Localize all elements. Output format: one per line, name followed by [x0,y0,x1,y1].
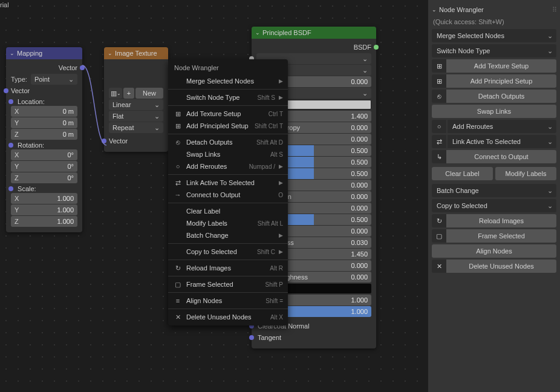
reload-icon: ↻ [432,214,446,227]
socket-vector: Vector [11,87,30,94]
image-new-btn[interactable]: + [123,88,134,99]
socket-output-vector: Vector [59,64,77,71]
connect-icon: ↳ [432,150,446,163]
ctx-item-11[interactable]: ⇄Link Active To Selected▶ [168,177,288,189]
ctx-item-16[interactable]: Batch Change▶ [168,229,288,241]
node-editor-canvas[interactable]: rial ⌄Mapping Vector Type:Point Vector L… [0,0,428,392]
node-title: Principled BSDF [262,29,311,36]
rotation-y[interactable]: Y0° [11,161,77,172]
rotation-x[interactable]: X0° [11,149,77,160]
detach-outputs-button[interactable]: Detach Outputs [446,90,556,103]
node-header-bsdf[interactable]: ⌄Principled BSDF [252,27,376,39]
socket-icon[interactable] [8,99,13,104]
node-mapping[interactable]: ⌄Mapping Vector Type:Point Vector Locati… [6,47,82,232]
node-header-image[interactable]: ⌄Image Texture [104,47,168,59]
ctx-item-22[interactable]: ▢Frame SelectedShift P [168,278,288,290]
node-header-mapping[interactable]: ⌄Mapping [6,47,82,59]
principled-icon: ⊞ [432,74,446,88]
context-menu-title: Node Wrangler [168,62,288,75]
interp-select[interactable]: Linear [109,99,163,110]
socket-icon[interactable] [4,88,8,93]
socket-icon[interactable] [374,45,379,50]
add-texture-button[interactable]: Add Texture Setup [446,59,556,73]
delete-unused-button[interactable]: Delete Unused Nodes [446,260,556,273]
scale-x[interactable]: X1.000 [11,193,77,204]
detach-icon: ⎋ [432,90,446,103]
merge-dropdown[interactable]: Merge Selected Nodes [432,29,556,42]
chevron-down-icon: ⌄ [108,50,112,56]
chevron-down-icon: ⌄ [10,50,15,56]
rotation-label: Rotation: [18,142,44,149]
image-new[interactable]: New [135,88,163,99]
ctx-item-20[interactable]: ↻Reload ImagesAlt R [168,262,288,274]
type-select[interactable]: Point [31,74,77,85]
side-panel-node-wrangler: ⌄Node Wrangler⠿ (Quick access: Shift+W) … [428,0,560,392]
panel-header[interactable]: ⌄Node Wrangler⠿ [432,4,556,16]
modify-labels-button[interactable]: Modify Labels [495,167,556,180]
add-reroutes-dropdown[interactable]: Add Reroutes [448,120,556,133]
location-y[interactable]: Y0 m [11,117,77,128]
ctx-item-2[interactable]: Switch Node TypeShift S▶ [168,91,288,103]
ctx-item-9[interactable]: ○Add ReroutesNumpad /▶ [168,160,288,172]
batch-change-dropdown[interactable]: Batch Change [432,184,556,197]
type-label: Type: [11,76,27,83]
ctx-item-4[interactable]: ⊞Add Texture SetupCtrl T [168,108,288,120]
reroute-icon: ○ [432,120,446,133]
clear-label-button[interactable]: Clear Label [432,167,493,180]
location-z[interactable]: Z0 m [11,129,77,140]
scale-z[interactable]: Z1.000 [11,216,77,227]
node-image-texture[interactable]: ⌄Image Texture ▥⌄ + New Linear Flat Repe… [104,47,168,152]
ctx-item-26[interactable]: ✕Delete Unused NodesAlt X [168,311,288,323]
frame-selected-button[interactable]: Frame Selected [446,229,556,243]
ctx-item-18[interactable]: Copy to SelectedShift C▶ [168,246,288,258]
ctx-item-0[interactable]: Merge Selected Nodes▶ [168,75,288,87]
image-browse[interactable]: ▥⌄ [109,88,122,99]
chevron-down-icon: ⌄ [255,30,260,36]
ctx-item-24[interactable]: ≡Align NodesShift = [168,295,288,307]
location-x[interactable]: X0 m [11,106,77,117]
location-label: Location: [18,98,45,105]
ext-select[interactable]: Repeat [109,122,163,133]
proj-select[interactable]: Flat [109,111,163,122]
rotation-z[interactable]: Z0° [11,172,77,183]
scale-label: Scale: [18,185,36,192]
ctx-item-12[interactable]: →Connect to OutputO [168,189,288,201]
quick-access-hint: (Quick access: Shift+W) [433,18,556,25]
chevron-down-icon: ⌄ [432,7,437,13]
link-icon: ⇄ [432,135,446,148]
frame-icon: ▢ [432,229,446,243]
ctx-item-14[interactable]: Clear Label [168,205,288,217]
grip-icon[interactable]: ⠿ [552,6,556,14]
add-principled-button[interactable]: Add Principled Setup [446,74,556,88]
socket-icon[interactable] [102,139,106,143]
texture-icon: ⊞ [432,59,446,73]
node-title: Image Texture [115,50,157,57]
align-nodes-button[interactable]: Align Nodes [432,244,556,258]
connect-output-button[interactable]: Connect to Output [446,150,556,163]
socket-icon[interactable] [80,65,85,70]
socket-vector: Vector [109,137,128,145]
ctx-item-15[interactable]: Modify LabelsShift Alt L [168,217,288,229]
switch-dropdown[interactable]: Switch Node Type [432,44,556,57]
socket-icon[interactable] [8,143,13,148]
bsdf-input-1: Tangent [256,332,371,343]
scale-y[interactable]: Y1.000 [11,204,77,215]
swap-links-button[interactable]: Swap Links [432,105,556,118]
ctx-item-5[interactable]: ⊞Add Principled SetupShift Ctrl T [168,120,288,132]
link-active-dropdown[interactable]: Link Active To Selected [448,135,556,148]
header-fragment: rial [0,1,9,8]
ctx-item-8[interactable]: Swap LinksAlt S [168,148,288,160]
context-menu-node-wrangler: Node Wrangler Merge Selected Nodes▶Switc… [168,59,288,325]
socket-icon[interactable] [8,186,13,191]
ctx-item-7[interactable]: ⎋Detach OutputsShift Alt D [168,136,288,148]
reload-images-button[interactable]: Reload Images [446,214,556,227]
socket-output-bsdf: BSDF [354,44,371,51]
delete-icon: ✕ [432,260,446,273]
panel-title: Node Wrangler [439,6,484,13]
copy-selected-dropdown[interactable]: Copy to Selected [432,199,556,212]
node-title: Mapping [17,50,42,57]
